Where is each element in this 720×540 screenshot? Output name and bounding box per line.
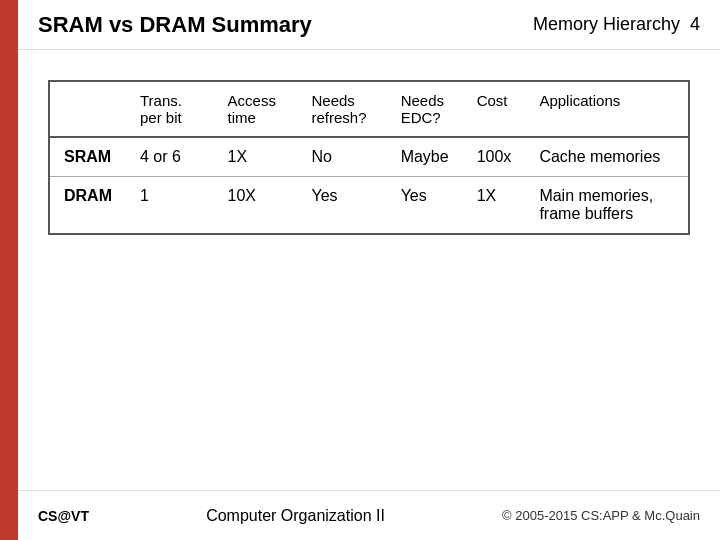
dram-needs-refresh: Yes — [298, 177, 387, 234]
footer: CS@VT Computer Organization II © 2005-20… — [18, 490, 720, 540]
sram-access: 1X — [214, 137, 298, 177]
table-row: SRAM 4 or 6 1X No Maybe 100x Cache memor… — [50, 137, 688, 177]
dram-needs-edc: Yes — [387, 177, 463, 234]
section-label: Memory Hierarchy 4 — [533, 14, 700, 35]
dram-applications: Main memories, frame buffers — [525, 177, 688, 234]
col-header-access: Access time — [214, 82, 298, 137]
footer-course: Computer Organization II — [206, 507, 385, 525]
sram-dram-table: Trans. per bit Access time Needs refresh… — [50, 82, 688, 233]
dram-cost: 1X — [463, 177, 526, 234]
footer-copyright: © 2005-2015 CS:APP & Mc.Quain — [502, 508, 700, 523]
table-header-row: Trans. per bit Access time Needs refresh… — [50, 82, 688, 137]
dram-access: 10X — [214, 177, 298, 234]
sram-trans: 4 or 6 — [126, 137, 214, 177]
header: SRAM vs DRAM Summary Memory Hierarchy 4 — [18, 0, 720, 50]
footer-institution: CS@VT — [38, 508, 89, 524]
sram-needs-edc: Maybe — [387, 137, 463, 177]
col-header-trans: Trans. per bit — [126, 82, 214, 137]
sram-needs-refresh: No — [298, 137, 387, 177]
col-header-type — [50, 82, 126, 137]
col-header-needs-refresh: Needs refresh? — [298, 82, 387, 137]
col-header-applications: Applications — [525, 82, 688, 137]
col-header-needs-edc: Needs EDC? — [387, 82, 463, 137]
sram-type: SRAM — [50, 137, 126, 177]
dram-type: DRAM — [50, 177, 126, 234]
main-content: Trans. per bit Access time Needs refresh… — [18, 50, 720, 490]
dram-trans: 1 — [126, 177, 214, 234]
left-accent-bar — [0, 0, 18, 540]
table-row: DRAM 1 10X Yes Yes 1X Main memories, fra… — [50, 177, 688, 234]
section-number: 4 — [690, 14, 700, 34]
section-title: Memory Hierarchy — [533, 14, 680, 34]
page-title: SRAM vs DRAM Summary — [38, 12, 312, 38]
comparison-table-container: Trans. per bit Access time Needs refresh… — [48, 80, 690, 235]
sram-cost: 100x — [463, 137, 526, 177]
sram-applications: Cache memories — [525, 137, 688, 177]
col-header-cost: Cost — [463, 82, 526, 137]
